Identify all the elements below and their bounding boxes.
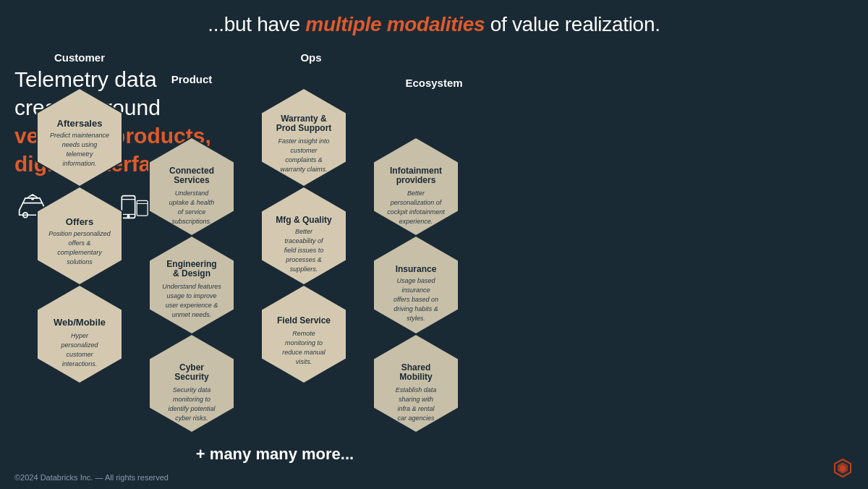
svg-text:styles.: styles. [407, 315, 425, 322]
svg-text:infra & rental: infra & rental [397, 405, 435, 412]
svg-text:needs using: needs using [62, 141, 98, 148]
svg-text:Cyber: Cyber [179, 362, 204, 373]
svg-text:visits.: visits. [296, 358, 312, 365]
svg-text:Shared: Shared [401, 362, 431, 373]
svg-text:Usage based: Usage based [396, 277, 435, 284]
svg-text:Offers: Offers [66, 216, 93, 227]
svg-text:Security: Security [174, 372, 209, 382]
svg-text:personalization of: personalization of [390, 199, 443, 206]
svg-text:Services: Services [174, 175, 210, 185]
svg-text:Remote: Remote [292, 330, 315, 337]
svg-text:driving habits &: driving habits & [393, 305, 438, 312]
svg-text:customer: customer [66, 351, 93, 358]
svg-text:processes &: processes & [285, 256, 322, 263]
svg-text:user experience &: user experience & [166, 302, 218, 309]
svg-text:Establish data: Establish data [396, 386, 437, 394]
svg-text:unmet needs.: unmet needs. [172, 311, 212, 318]
svg-text:car agencies: car agencies [397, 414, 435, 422]
svg-text:Ops: Ops [300, 51, 321, 64]
svg-text:solutions: solutions [67, 258, 93, 265]
svg-text:complementary: complementary [57, 249, 102, 256]
databricks-logo [832, 458, 854, 483]
svg-text:Understand: Understand [175, 190, 210, 197]
svg-text:Engineering: Engineering [166, 259, 216, 269]
svg-text:Mobility: Mobility [399, 372, 433, 382]
svg-text:interactions.: interactions. [62, 360, 98, 367]
svg-text:monitoring to: monitoring to [173, 396, 210, 403]
svg-text:Security data: Security data [173, 386, 211, 394]
svg-text:experience.: experience. [399, 218, 433, 225]
svg-text:Connected: Connected [169, 166, 214, 176]
svg-text:insurance: insurance [401, 286, 430, 294]
svg-text:Hyper: Hyper [71, 332, 89, 339]
svg-text:cockpit infotainment: cockpit infotainment [387, 208, 445, 216]
svg-text:suppliers.: suppliers. [290, 265, 318, 273]
svg-text:of service: of service [178, 208, 206, 216]
svg-text:offers based on: offers based on [393, 296, 438, 303]
svg-text:field issues to: field issues to [284, 247, 324, 254]
svg-text:monitoring to: monitoring to [285, 339, 323, 346]
svg-text:cyber risks.: cyber risks. [175, 414, 208, 422]
svg-text:Better: Better [407, 190, 425, 197]
svg-text:Infotainment: Infotainment [390, 166, 442, 176]
svg-text:providers: providers [396, 175, 436, 185]
svg-text:Understand features: Understand features [162, 283, 221, 290]
svg-text:Prod Support: Prod Support [276, 123, 332, 133]
svg-text:identify potential: identify potential [168, 405, 216, 412]
svg-text:customer: customer [290, 147, 318, 154]
svg-text:Customer: Customer [54, 51, 105, 64]
svg-text:Position personalized: Position personalized [48, 230, 111, 237]
svg-text:Mfg & Quality: Mfg & Quality [276, 215, 332, 225]
svg-text:Product: Product [171, 73, 213, 85]
svg-text:& Design: & Design [173, 268, 210, 278]
svg-text:Warranty &: Warranty & [281, 114, 327, 124]
svg-text:Aftersales: Aftersales [57, 118, 103, 129]
svg-text:information.: information. [62, 160, 96, 167]
svg-text:sharing with: sharing with [399, 396, 433, 403]
svg-text:traceability of: traceability of [284, 237, 324, 244]
svg-text:offers &: offers & [68, 239, 90, 247]
svg-text:Ecosystem: Ecosystem [405, 77, 462, 89]
svg-text:complaints &: complaints & [285, 156, 323, 163]
svg-text:telemetry: telemetry [66, 150, 93, 158]
svg-text:personalized: personalized [60, 341, 98, 349]
footer-copyright: ©2024 Databricks Inc. — All rights reser… [14, 473, 169, 482]
svg-text:Better: Better [295, 228, 313, 235]
svg-text:Field Service: Field Service [277, 315, 331, 326]
svg-text:warranty claims.: warranty claims. [280, 166, 327, 173]
svg-text:usage to improve: usage to improve [166, 292, 216, 299]
svg-text:Insurance: Insurance [396, 264, 437, 274]
svg-text:Predict maintenance: Predict maintenance [50, 132, 109, 139]
svg-text:Faster insight into: Faster insight into [278, 137, 329, 145]
svg-text:uptake & health: uptake & health [169, 199, 215, 206]
svg-text:Web/Mobile: Web/Mobile [54, 317, 106, 328]
svg-text:subscriptions.: subscriptions. [171, 218, 211, 225]
svg-text:+ many many more...: + many many more... [196, 445, 354, 463]
svg-text:reduce manual: reduce manual [282, 349, 326, 356]
